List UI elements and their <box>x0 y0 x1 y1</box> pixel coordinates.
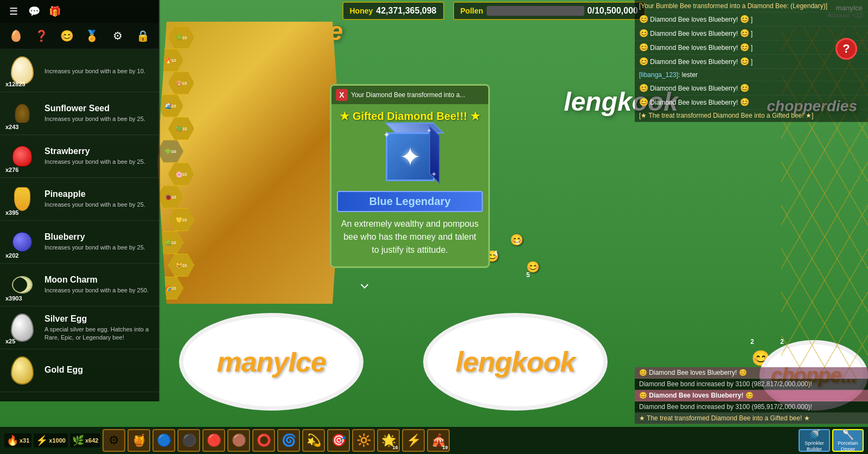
hex-cell[interactable]: 🎨10 <box>168 72 194 94</box>
hotbar-slot-2[interactable]: 🍯 <box>127 429 150 452</box>
slot-icon-3: 🔵 <box>157 433 171 447</box>
inventory-item-pineapple[interactable]: x395 Pineapple Increases your bond with … <box>0 178 159 221</box>
sidebar-help-icon[interactable]: ❓ <box>31 26 51 46</box>
hex-cell[interactable]: 🔥10 <box>157 49 183 72</box>
floor-pad-manylce: manyIce <box>179 313 363 411</box>
popup-close-button[interactable]: X <box>336 89 348 101</box>
sidebar-medal-icon[interactable]: 🏅 <box>82 26 102 46</box>
sidebar-inventory: x12823 Increases your bond with a bee by… <box>0 49 159 401</box>
leaf-count: x642 <box>85 437 98 444</box>
sidebar-face-icon[interactable]: 😊 <box>57 26 76 46</box>
popup-subtitle: ★ Gifted Diamond Bee!!! ★ <box>337 110 483 123</box>
hotbar-slot-7[interactable]: ⭕ <box>252 429 275 452</box>
help-button[interactable]: ? <box>835 38 857 60</box>
inv-icon-pineapple: x395 <box>5 182 39 216</box>
gift-icon[interactable]: 🎁 <box>47 3 63 20</box>
inv-desc-egg: Increases your bond with a bee by 10. <box>44 67 154 75</box>
inv-desc-sunflower-seed: Increases your bond with a bee by 25. <box>44 115 154 123</box>
hotbar-slot-13[interactable]: ⚡ <box>402 429 425 452</box>
sidebar-lock-icon[interactable]: 🔒 <box>133 26 153 46</box>
inv-icon-gold-egg <box>5 354 39 387</box>
hotbar-slot-9[interactable]: 💫 <box>302 429 325 452</box>
sidebar-profile-bar: 🥚 ❓ 😊 🏅 ⚙ 🔒 <box>0 23 159 49</box>
hive-background: 🐝10 😊10 🌊10 🎭10 🌿10 🍀10 🎮10 😎11 💙10 🎪10 … <box>157 22 342 304</box>
inv-icon-sunflower-seed: x243 <box>5 97 39 130</box>
hex-cell[interactable]: 💚10 <box>168 117 194 140</box>
slot-icon-10: 🎯 <box>331 433 346 447</box>
bottom-action-bar: 🔥 x31 ⚡ x1000 🌿 x642 ⚙ 🍯 🔵 ⚫ 🔴 🟤 ⭕ 🌀 💫 🎯… <box>0 427 868 454</box>
fire-icon: 🔥 <box>7 434 18 446</box>
inv-name-silver-egg: Silver Egg <box>44 314 154 324</box>
sparkle-icon: ✦ <box>426 127 432 135</box>
hex-cell[interactable]: 🍀10 <box>157 140 183 163</box>
hotbar-slot-4[interactable]: ⚫ <box>177 429 200 452</box>
inv-text-egg: Increases your bond with a bee by 10. <box>44 66 154 75</box>
inventory-item-blueberry[interactable]: x202 Blueberry Increases your bond with … <box>0 221 159 264</box>
chat-icon[interactable]: 💬 <box>26 3 42 20</box>
hotbar-slot-10[interactable]: 🎯 <box>327 429 350 452</box>
sidebar-profile-egg-icon[interactable]: 🥚 <box>6 26 25 46</box>
hex-cell[interactable]: 🐞10 <box>157 186 183 208</box>
inventory-item-strawberry[interactable]: x276 Strawberry Increases your bond with… <box>0 135 159 178</box>
inventory-item-egg[interactable]: x12823 Increases your bond with a bee by… <box>0 49 159 92</box>
chat-line-3: 😊 Diamond Bee loves Blueberry! 😊 ] <box>635 27 868 41</box>
pad-label-lengkook: lengkook <box>456 346 575 378</box>
inv-count-moon-charm: x3903 <box>5 295 22 302</box>
popup-rarity-badge: Blue Legendary <box>337 191 483 212</box>
hotbar-slot-8[interactable]: 🌀 <box>277 429 300 452</box>
inventory-item-moon-charm[interactable]: x3903 Moon Charm Increases your bond wit… <box>0 264 159 306</box>
inventory-item-silver-egg[interactable]: x25 Silver Egg A special silver bee egg.… <box>0 306 159 349</box>
sidebar-gear-icon[interactable]: ⚙ <box>108 26 127 46</box>
inv-count-egg: x12823 <box>5 81 25 87</box>
hex-cell[interactable]: 🍀10 <box>168 26 194 49</box>
inv-icon-blueberry: x202 <box>5 225 39 259</box>
slot-icon-7: ⭕ <box>257 433 271 447</box>
sidebar: ☰ 💬 🎁 🥚 ❓ 😊 🏅 ⚙ 🔒 x12823 Increases your … <box>0 0 160 401</box>
inv-text-moon-charm: Moon Charm Increases your bond with a be… <box>44 275 154 294</box>
bottom-chat-line-2: Diamond Bee bond increased by 3100 (982,… <box>635 379 868 390</box>
hotbar-slot-3[interactable]: 🔵 <box>152 429 175 452</box>
tool-label-sprinkler: Sprinkler Builder <box>800 440 829 452</box>
inv-name-gold-egg: Gold Egg <box>44 365 154 375</box>
inventory-item-sunflower-seed[interactable]: x243 Sunflower Seed Increases your bond … <box>0 92 159 135</box>
hotbar-slot-12[interactable]: 🌟 16 <box>377 429 400 452</box>
popup-title: Your Diamond Bee transformed into a... <box>351 91 484 99</box>
inventory-item-gold-egg[interactable]: Gold Egg <box>0 349 159 392</box>
bottom-chat-panel: 😊 Diamond Bee loves Blueberry! 😊 Diamond… <box>635 367 868 424</box>
hamburger-menu-icon[interactable]: ☰ <box>5 3 22 20</box>
hex-cell[interactable]: 🌈10 <box>157 277 183 299</box>
hex-cell[interactable]: 😺10 <box>168 254 194 277</box>
slot-icon-8: 🌀 <box>282 433 296 447</box>
inv-count-silver-egg: x25 <box>5 338 15 344</box>
menu-icons-bar: ☰ 💬 🎁 <box>0 0 160 23</box>
hotbar-slot-11[interactable]: 🔆 <box>352 429 375 452</box>
hex-cell[interactable]: 🌸10 <box>168 163 194 186</box>
inv-desc-blueberry: Increases your bond with a bee by 25. <box>44 244 154 251</box>
hex-cell[interactable]: 💛10 <box>168 208 194 231</box>
tool-slot-porcelain-dipper[interactable]: 🥄 Porcelain Dipper <box>832 429 864 452</box>
hive-area[interactable]: 🐝10 😊10 🌊10 🎭10 🌿10 🍀10 🎮10 😎11 💙10 🎪10 … <box>157 22 342 304</box>
slot-count-14: 19 <box>442 445 448 450</box>
hotbar-slot-14[interactable]: 🎪 19 <box>427 429 450 452</box>
chat-line-6: [libanga_123]: lester <box>635 69 868 81</box>
hex-cell[interactable]: 🌊10 <box>157 94 183 117</box>
slot-icon-13: ⚡ <box>406 433 421 447</box>
tool-slot-sprinkler-builder[interactable]: 🚿 Sprinkler Builder <box>799 429 830 452</box>
chat-line-5: 😊 Diamond Bee loves Blueberry! 😊 ] <box>635 55 868 69</box>
inv-desc-strawberry: Increases your bond with a bee by 25. <box>44 158 154 165</box>
sparkle-icon: ✦ <box>383 130 390 140</box>
bottom-chat-line-5: ★ The treat transformed Diamond Bee into… <box>635 413 868 424</box>
hotbar-slot-6[interactable]: 🟤 <box>227 429 250 452</box>
inv-name-sunflower-seed: Sunflower Seed <box>44 104 154 113</box>
number-label: 2 <box>750 338 754 346</box>
inv-icon-moon-charm: x3903 <box>5 268 39 302</box>
chat-line-2: 😊 Diamond Bee loves Blueberry! 😊 ] <box>635 12 868 27</box>
slot-count-12: 16 <box>392 445 398 450</box>
inv-name-blueberry: Blueberry <box>44 232 154 242</box>
chat-line-1: [Your Bumble Bee transformed into a Diam… <box>635 0 868 12</box>
gifted-bee-popup: X Your Diamond Bee transformed into a...… <box>330 84 490 268</box>
hotbar-slot-1[interactable]: ⚙ <box>103 429 125 452</box>
inv-desc-silver-egg: A special silver bee egg. Hatches into a… <box>44 325 154 341</box>
hotbar-slot-5[interactable]: 🔴 <box>202 429 225 452</box>
hex-cell[interactable]: 🍀10 <box>157 231 183 254</box>
